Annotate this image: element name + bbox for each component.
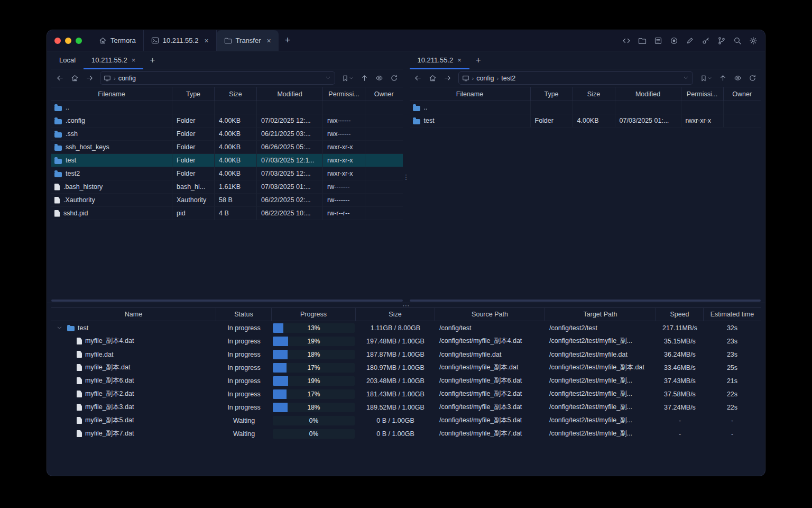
close-tab-icon[interactable]: × <box>132 57 136 64</box>
column-header[interactable]: Filename <box>51 87 172 101</box>
column-header[interactable]: Name <box>51 308 216 321</box>
app-tab-termora[interactable]: Termora <box>91 30 144 51</box>
column-header[interactable]: Modified <box>257 87 323 101</box>
transfer-splitter[interactable]: ⋯ <box>47 303 765 307</box>
path-combobox[interactable]: ›config›test2 <box>458 71 694 85</box>
show-hidden-icon[interactable] <box>373 72 386 85</box>
refresh-icon[interactable] <box>746 72 759 85</box>
file-row[interactable]: test2 Folder 4.00KB 07/03/2025 12:... rw… <box>51 167 403 180</box>
chevron-down-icon[interactable] <box>325 74 331 83</box>
file-row[interactable]: .. <box>51 101 403 114</box>
column-header[interactable]: Estimated time <box>704 308 761 321</box>
file-size <box>573 101 615 114</box>
file-row[interactable]: .Xauthority Xauthority 58 B 06/22/2025 0… <box>51 194 403 207</box>
file-row[interactable]: test Folder 4.00KB 07/03/2025 12:1... rw… <box>51 154 403 167</box>
home-icon[interactable] <box>68 72 81 85</box>
source-path: /config/test/myfile_副本6.dat <box>435 374 545 387</box>
panel-splitter[interactable]: ⋮ <box>403 51 410 303</box>
column-header[interactable]: Type <box>172 87 215 101</box>
filename: test <box>424 117 435 124</box>
home-icon[interactable] <box>427 72 439 85</box>
upload-icon[interactable] <box>716 72 729 85</box>
code-icon[interactable] <box>620 34 633 47</box>
column-header[interactable]: Source Path <box>435 308 545 321</box>
column-header[interactable]: Progress <box>272 308 356 321</box>
horizontal-scrollbar[interactable] <box>51 300 403 302</box>
column-header[interactable]: Owner <box>365 87 403 101</box>
path-combobox[interactable]: ›config <box>100 71 335 85</box>
tab-remote-host[interactable]: 10.211.55.2 × <box>410 51 469 69</box>
close-window-button[interactable] <box>54 38 61 44</box>
column-header[interactable]: Filename <box>410 87 531 101</box>
bookmark-icon[interactable] <box>697 72 714 85</box>
column-header[interactable]: Target Path <box>545 308 656 321</box>
tab-remote-host[interactable]: 10.211.55.2 × <box>84 51 143 69</box>
close-tab-icon[interactable]: × <box>267 37 271 44</box>
column-header[interactable]: Modified <box>615 87 681 101</box>
back-icon[interactable] <box>412 72 425 85</box>
file-row[interactable]: test Folder 4.00KB 07/03/2025 01:... rwx… <box>410 114 761 128</box>
transfer-row[interactable]: myfile_副本4.dat In progress 19% 197.48MB … <box>51 334 761 348</box>
column-header[interactable]: Status <box>216 308 272 321</box>
file-row[interactable]: .ssh Folder 4.00KB 06/21/2025 03:... rwx… <box>51 128 403 141</box>
expand-chevron-icon[interactable] <box>54 325 64 331</box>
transfer-row[interactable]: myfile.dat In progress 18% 187.87MB / 1.… <box>51 348 761 361</box>
key-icon[interactable] <box>699 34 712 47</box>
file-row[interactable]: .bash_history bash_hi... 1.61KB 07/03/20… <box>51 180 403 194</box>
horizontal-scrollbar[interactable] <box>410 300 761 302</box>
app-tab-host[interactable]: 10.211.55.2 × <box>144 30 217 51</box>
file-type-icon <box>54 184 60 190</box>
breadcrumb-segment[interactable]: config <box>118 75 136 82</box>
transfer-row[interactable]: myfile_副本2.dat In progress 17% 181.43MB … <box>51 387 761 401</box>
app-tab-transfer[interactable]: Transfer × <box>217 30 279 51</box>
search-icon[interactable] <box>731 34 744 47</box>
forward-icon[interactable] <box>441 72 454 85</box>
zoom-window-button[interactable] <box>76 38 82 44</box>
new-panel-tab-button[interactable]: + <box>469 51 487 69</box>
transfer-row[interactable]: myfile_副本3.dat In progress 18% 189.52MB … <box>51 401 761 414</box>
upload-icon[interactable] <box>358 72 371 85</box>
minimize-window-button[interactable] <box>65 38 71 44</box>
tab-label: 10.211.55.2 <box>91 56 127 64</box>
back-icon[interactable] <box>53 72 66 85</box>
forward-icon[interactable] <box>83 72 96 85</box>
transfer-row[interactable]: test In progress 13% 1.11GB / 8.00GB /co… <box>51 321 761 334</box>
file-type-icon <box>77 404 82 411</box>
folder-icon[interactable] <box>636 34 649 47</box>
column-header[interactable]: Speed <box>656 308 704 321</box>
record-icon[interactable] <box>668 34 680 47</box>
breadcrumb-segment[interactable]: config <box>476 75 494 82</box>
file-type-icon <box>77 430 82 437</box>
column-header[interactable]: Size <box>356 308 435 321</box>
branch-icon[interactable] <box>715 34 728 47</box>
column-header[interactable]: Owner <box>724 87 761 101</box>
column-header[interactable]: Size <box>215 87 257 101</box>
column-header[interactable]: Type <box>531 87 573 101</box>
breadcrumb: ›config›test2 <box>472 75 516 82</box>
refresh-icon[interactable] <box>388 72 401 85</box>
chevron-down-icon[interactable] <box>682 74 689 83</box>
target-path: /config/test2/test/myfile_副... <box>545 414 656 427</box>
column-header[interactable]: Size <box>573 87 615 101</box>
settings-icon[interactable] <box>747 34 760 47</box>
breadcrumb-segment[interactable]: test2 <box>501 75 515 82</box>
bookmark-icon[interactable] <box>339 72 356 85</box>
column-header[interactable]: Permissi... <box>681 87 724 101</box>
file-row[interactable]: .config Folder 4.00KB 07/02/2025 12:... … <box>51 114 403 128</box>
file-row[interactable]: sshd.pid pid 4 B 06/22/2025 10:... rw-r-… <box>51 207 403 220</box>
transfer-row[interactable]: myfile_副本6.dat In progress 19% 203.48MB … <box>51 374 761 387</box>
edit-icon[interactable] <box>684 34 696 47</box>
close-tab-icon[interactable]: × <box>457 57 462 64</box>
column-header[interactable]: Permissi... <box>323 87 365 101</box>
transfer-row[interactable]: myfile_副本7.dat Waiting 0% 0 B / 1.00GB /… <box>51 427 761 440</box>
tab-local[interactable]: Local <box>51 51 84 69</box>
transfer-row[interactable]: myfile_副本5.dat Waiting 0% 0 B / 1.00GB /… <box>51 414 761 427</box>
new-panel-tab-button[interactable]: + <box>143 51 161 69</box>
file-row[interactable]: .. <box>410 101 761 114</box>
log-icon[interactable] <box>652 34 665 47</box>
transfer-row[interactable]: myfile_副本.dat In progress 17% 180.97MB /… <box>51 361 761 374</box>
new-app-tab-button[interactable]: + <box>279 30 297 51</box>
file-row[interactable]: ssh_host_keys Folder 4.00KB 06/26/2025 0… <box>51 141 403 154</box>
close-tab-icon[interactable]: × <box>204 37 208 44</box>
show-hidden-icon[interactable] <box>731 72 744 85</box>
